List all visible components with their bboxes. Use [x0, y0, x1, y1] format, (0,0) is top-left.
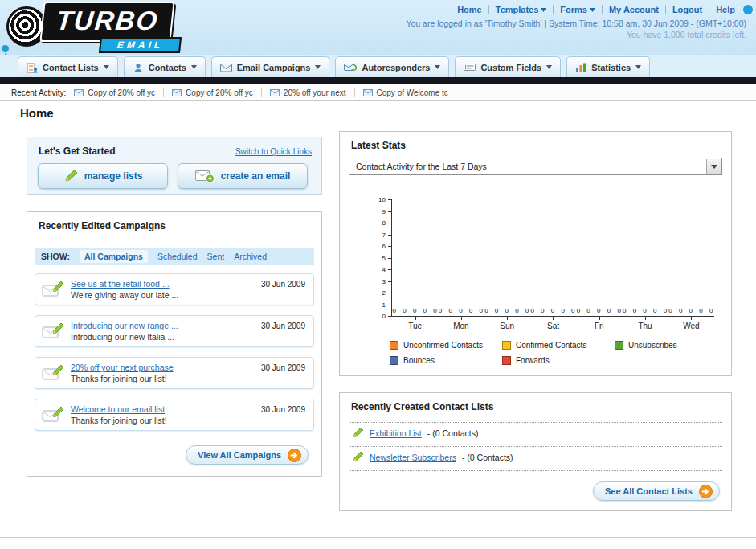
caret-down-icon: [590, 8, 595, 12]
campaign-list-item: 20% off your next purchase Thanks for jo…: [35, 357, 314, 389]
contact-list-link[interactable]: Exhibition List: [370, 428, 422, 438]
legend-item: Unsubscribes: [615, 341, 727, 350]
recent-activity-item-label: Copy of 20% off yc: [88, 88, 155, 97]
credits-info: You have 1,000 total credits left.: [627, 30, 746, 39]
get-started-title: Let's Get Started: [39, 145, 116, 157]
logo-bubble-dot: [2, 45, 9, 52]
legend-label: Forwards: [516, 356, 550, 365]
contact-list-item: Exhibition List - (0 Contacts): [351, 425, 478, 441]
x-axis-label: Sun: [484, 322, 530, 330]
tab-label: Statistics: [591, 63, 631, 72]
arrow-right-icon: [699, 485, 713, 498]
bar-value-labels: 0 0 0 0 0: [438, 307, 484, 314]
caret-down-icon: [546, 65, 552, 69]
manage-lists-button[interactable]: manage lists: [38, 163, 168, 189]
manage-lists-label: manage lists: [84, 170, 143, 182]
contact-list-item: Newsletter Subscribers - (0 Contacts): [351, 449, 513, 465]
contact-list-count: - (0 Contacts): [462, 453, 513, 462]
nav-link-logout[interactable]: Logout: [666, 5, 709, 14]
campaign-title-link[interactable]: 20% off your next purchase: [71, 363, 174, 372]
campaign-list-item: Welcome to our email list Thanks for joi…: [35, 399, 314, 431]
x-axis-label: Sat: [530, 322, 576, 330]
legend-label: Bounces: [403, 356, 435, 365]
filter-scheduled[interactable]: Scheduled: [157, 252, 198, 261]
recent-activity-item[interactable]: Copy of Welcome tc: [363, 88, 456, 97]
campaign-title-link[interactable]: Introducing our new range ...: [71, 321, 178, 330]
view-all-campaigns-button[interactable]: View All Campaigns: [186, 445, 309, 465]
create-email-button[interactable]: create an email: [178, 163, 308, 189]
nav-link-label: Templates: [496, 5, 539, 14]
y-axis-label: 10: [378, 196, 386, 203]
tab-statistics[interactable]: Statistics: [566, 56, 650, 77]
filter-archived[interactable]: Archived: [234, 252, 267, 261]
page-title: Home: [20, 106, 54, 120]
tab-contacts[interactable]: Contacts: [124, 56, 206, 77]
envelope-icon: [363, 89, 373, 96]
tab-email-campaigns[interactable]: Email Campaigns: [211, 56, 330, 77]
chart-category-group: 0 0 0 0 0Wed: [668, 199, 714, 332]
legend-label: Unconfirmed Contacts: [403, 341, 483, 350]
nav-link-forms[interactable]: Forms: [554, 5, 603, 14]
recent-activity-label: Recent Activity:: [11, 88, 66, 97]
top-nav: Home Templates Forms My Account Logout H…: [451, 5, 748, 14]
y-axis-label: 3: [382, 277, 386, 285]
show-label: SHOW:: [41, 252, 70, 261]
campaign-title-link[interactable]: See us at the retail food ...: [71, 279, 170, 289]
filter-sent[interactable]: Sent: [207, 252, 225, 261]
legend-swatch: [390, 341, 398, 350]
x-axis-label: Thu: [622, 322, 668, 330]
contact-lists-icon: [27, 62, 38, 73]
contact-list-link[interactable]: Newsletter Subscribers: [370, 453, 456, 462]
campaign-list-item: See us at the retail food ... We're givi…: [35, 273, 314, 305]
view-all-campaigns-label: View All Campaigns: [198, 450, 281, 460]
nav-link-home[interactable]: Home: [451, 5, 489, 14]
x-axis-tick: [691, 317, 692, 320]
create-email-label: create an email: [221, 170, 291, 182]
contact-activity-chart: 109876543210 0 0 0 0 0Tue0 0 0 0 0Mon0 0…: [374, 199, 714, 332]
dotted-divider: [349, 422, 722, 423]
campaign-subtitle: Thanks for joining our list!: [71, 374, 167, 383]
contact-lists-panel: Recently Created Contact Lists Exhibitio…: [339, 392, 732, 511]
campaign-date: 30 Jun 2009: [261, 280, 305, 289]
legend-swatch: [502, 341, 511, 350]
y-axis-label: 9: [382, 207, 386, 215]
tab-label: Autoresponders: [362, 63, 430, 72]
edit-campaign-icon: [42, 281, 64, 299]
email-campaigns-icon: [220, 63, 232, 72]
y-axis-label: 8: [382, 219, 386, 227]
y-axis-label: 2: [382, 289, 386, 297]
edit-campaign-icon: [42, 365, 64, 383]
recent-activity-item[interactable]: Copy of 20% off yc: [172, 88, 262, 97]
legend-item: Bounces: [390, 356, 502, 365]
nav-link-help[interactable]: Help: [709, 5, 742, 14]
campaign-title-link[interactable]: Welcome to our email list: [71, 404, 165, 414]
bar-value-labels: 0 0 0 0 0: [392, 307, 438, 314]
tab-autoresponders[interactable]: Autoresponders: [335, 56, 449, 77]
recent-activity-item[interactable]: 20% off your next: [270, 88, 355, 97]
x-axis-label: Mon: [438, 322, 484, 330]
switch-quick-links-link[interactable]: Switch to Quick Links: [235, 147, 312, 156]
caret-down-icon: [104, 65, 109, 69]
tab-contact-lists[interactable]: Contact Lists: [18, 56, 118, 77]
y-axis-label: 4: [382, 266, 386, 273]
filter-all-campaigns[interactable]: All Campaigns: [80, 250, 148, 263]
stats-range-select[interactable]: Contact Activity for the Last 7 Days: [349, 158, 722, 175]
tab-custom-fields[interactable]: Custom Fields: [455, 56, 561, 77]
x-axis-tick: [507, 317, 508, 320]
recent-activity-bar: Recent Activity: Copy of 20% off yc Copy…: [0, 84, 756, 101]
autoresponders-icon: [344, 62, 357, 72]
latest-stats-title: Latest Stats: [351, 140, 406, 151]
recent-activity-item[interactable]: Copy of 20% off yc: [74, 88, 164, 97]
x-axis-label: Fri: [576, 322, 622, 330]
nav-link-my-account[interactable]: My Account: [603, 5, 666, 14]
edit-campaign-icon: [42, 323, 64, 341]
contact-lists-title: Recently Created Contact Lists: [351, 401, 493, 412]
campaigns-title: Recently Edited Campaigns: [39, 220, 166, 231]
nav-link-templates[interactable]: Templates: [489, 5, 554, 14]
campaign-date: 30 Jun 2009: [261, 363, 305, 372]
envelope-icon: [74, 89, 84, 96]
logo-subtitle: EMAIL: [99, 37, 182, 53]
envelope-icon: [270, 89, 280, 96]
chart-legend: Unconfirmed ContactsConfirmed ContactsUn…: [390, 341, 735, 365]
see-all-contact-lists-button[interactable]: See All Contact Lists: [593, 481, 720, 501]
